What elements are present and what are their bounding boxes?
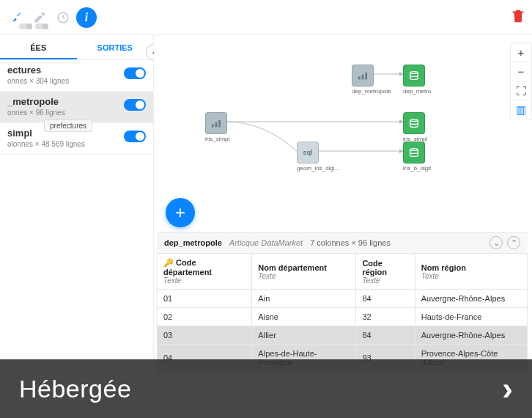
table-cell: 84 [356, 326, 415, 345]
preview-dataset-name: dep_metropole [164, 238, 222, 247]
zoom-out-button[interactable]: − [511, 62, 531, 81]
flow-node[interactable]: iris_6_digit [403, 142, 431, 172]
node-label: iris_simpl [205, 136, 229, 142]
svg-rect-4 [212, 124, 214, 127]
info-tool[interactable]: i [76, 7, 97, 28]
tool-options [19, 23, 48, 29]
column-header[interactable]: Nom régionTexte [415, 254, 527, 290]
svg-rect-5 [215, 122, 218, 128]
table-row[interactable]: 02Aisne32Hauts-de-France [158, 308, 528, 326]
svg-rect-2 [362, 75, 364, 80]
flow-node[interactable]: dep_metropole [352, 65, 391, 95]
node-label: geom_iris_digit_6 [297, 165, 341, 172]
dataset-item[interactable]: ecturesonnes × 304 lignes [0, 60, 153, 92]
node-icon [403, 65, 425, 87]
table-cell: Ain [252, 290, 356, 308]
table-cell: Aisne [252, 308, 356, 326]
table-cell: 84 [356, 290, 415, 308]
dataset-toggle[interactable] [124, 131, 146, 142]
tab-sorties[interactable]: SORTIES [77, 35, 154, 59]
table-cell: 32 [356, 308, 415, 326]
node-icon [205, 112, 227, 134]
flow-node[interactable]: iris_simpl [403, 112, 427, 142]
column-header[interactable]: Code régionTexte [356, 254, 415, 290]
table-cell: 02 [158, 308, 252, 326]
table-row[interactable]: 03Allier84Auvergne-Rhône-Alpes [158, 326, 528, 345]
zoom-in-button[interactable]: + [511, 43, 531, 62]
node-icon: sql [297, 142, 319, 164]
dataset-meta: onnes × 96 lignes [7, 109, 146, 117]
grid-button[interactable]: ▥ [511, 100, 531, 120]
table-row[interactable]: 01Ain84Auvergne-Rhône-Alpes [158, 290, 528, 308]
fit-button[interactable]: ⛶ [511, 81, 531, 100]
collapse-panel-button[interactable]: ⌄ [489, 236, 503, 249]
dataset-toggle[interactable] [124, 67, 146, 79]
column-header[interactable]: Nom départementTexte [252, 254, 356, 290]
svg-rect-3 [365, 73, 367, 79]
overlay-next-button[interactable]: › [502, 370, 513, 407]
overlay-banner: Hébergée › [0, 359, 532, 418]
delete-button[interactable] [510, 8, 526, 27]
expand-panel-button[interactable]: ⌃ [507, 236, 520, 249]
table-cell: Auvergne-Rhône-Alpes [415, 326, 527, 345]
flow-node[interactable]: dep_metro [403, 65, 431, 95]
node-icon [403, 142, 425, 164]
column-header[interactable]: 🔑Code départementTexte [158, 254, 252, 290]
dataset-item[interactable]: simplolonnes × 48 569 lignes [0, 123, 153, 155]
flow-node[interactable]: sqlgeom_iris_digit_6 [297, 142, 341, 172]
overlay-title: Hébergée [19, 375, 131, 403]
table-cell: 01 [158, 290, 252, 308]
preview-summary: 7 colonnes × 96 lignes [310, 238, 391, 247]
flow-node[interactable]: iris_simpl [205, 112, 229, 142]
toolbar: i [0, 0, 532, 35]
dataset-item[interactable]: _metropoleonnes × 96 lignesprefectures [0, 92, 153, 123]
table-cell: 03 [158, 326, 252, 345]
node-label: dep_metro [403, 88, 431, 95]
zoom-controls: + − ⛶ ▥ [510, 43, 532, 120]
svg-rect-1 [358, 76, 361, 79]
preview-source: Articque DataMarket [229, 238, 303, 247]
data-preview-panel: dep_metropole Articque DataMarket 7 colo… [157, 232, 528, 359]
dataset-meta: onnes × 304 lignes [7, 77, 146, 85]
sidebar: ‹ ÉES SORTIES ecturesonnes × 304 lignes_… [0, 35, 154, 359]
node-icon [403, 112, 425, 134]
node-label: dep_metropole [352, 88, 391, 95]
dataset-toggle[interactable] [124, 99, 146, 111]
table-cell: Allier [252, 326, 356, 345]
table-cell: Auvergne-Rhône-Alpes [415, 290, 527, 308]
dataset-meta: olonnes × 48 569 lignes [7, 140, 146, 148]
history-tool[interactable] [53, 7, 73, 28]
add-button[interactable]: + [166, 198, 195, 227]
node-label: iris_6_digit [403, 165, 431, 172]
table-cell: Hauts-de-France [415, 308, 527, 326]
data-table: 🔑Code départementTexteNom départementTex… [157, 253, 528, 372]
node-icon [352, 65, 374, 87]
key-icon: 🔑 [163, 258, 174, 267]
svg-rect-6 [218, 120, 221, 127]
tab-entrees[interactable]: ÉES [0, 35, 77, 59]
